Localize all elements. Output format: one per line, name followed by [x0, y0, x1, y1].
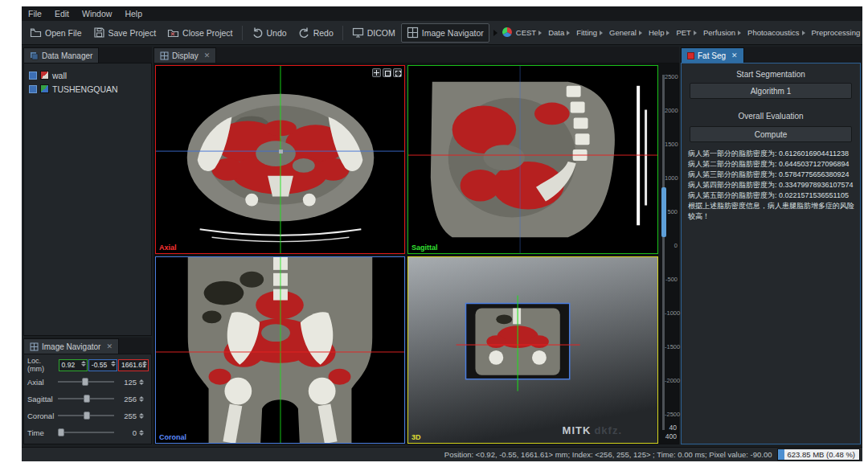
dicom-label: DICOM: [367, 28, 395, 38]
fat-seg-panel: Fat Seg ✕ Start Segmentation Algorithm 1…: [681, 47, 861, 444]
dicom-button[interactable]: DICOM: [346, 23, 401, 43]
close-project-label: Close Project: [182, 28, 232, 38]
crosshair-toggle-icon[interactable]: [372, 68, 381, 77]
toolbar: Open File Save Project Close Project Und…: [22, 21, 862, 45]
viewport-corner-icons: [372, 68, 402, 77]
spin-arrows-icon[interactable]: [139, 379, 144, 385]
axial-slider[interactable]: [58, 377, 114, 387]
lw-tick: 2000: [665, 107, 678, 114]
sagittal-slider-handle[interactable]: [84, 395, 90, 403]
spin-arrows-icon[interactable]: [139, 413, 144, 419]
close-icon[interactable]: ✕: [106, 342, 113, 350]
compute-button[interactable]: Compute: [690, 126, 852, 142]
display-tab-icon: [160, 51, 169, 60]
view-menu-pet[interactable]: PET: [673, 24, 699, 42]
level-window-widget: 2500 2000 1500 1000 500 0 -500 -1000 -15…: [660, 65, 678, 444]
overall-evaluation-title: Overall Evaluation: [682, 112, 860, 121]
level-value[interactable]: 40: [661, 424, 677, 432]
fullscreen-icon[interactable]: [393, 68, 402, 77]
coronal-slice-value[interactable]: 255: [114, 412, 137, 420]
result-line: 病人第四部分的脂肪密度为: 0.33479978936107574: [688, 180, 855, 190]
sagittal-slider[interactable]: [58, 394, 114, 403]
open-file-button[interactable]: Open File: [24, 23, 88, 43]
image-navigator-button[interactable]: Image Navigator: [401, 23, 489, 43]
submenu-arrow-icon: [567, 31, 570, 35]
save-project-label: Save Project: [108, 28, 157, 38]
view-menu-perfusion[interactable]: Perfusion: [700, 24, 744, 42]
view-menu-label: CEST: [516, 28, 536, 37]
view-menu-cest[interactable]: CEST: [513, 24, 545, 42]
time-slider-handle[interactable]: [58, 428, 64, 436]
lw-tick: -500: [665, 276, 678, 283]
menu-edit[interactable]: Edit: [48, 7, 76, 20]
spin-arrows-icon[interactable]: [139, 396, 144, 402]
view-menu-data[interactable]: Data: [545, 24, 573, 42]
menu-file[interactable]: File: [22, 7, 48, 20]
view-menu-label: Fitting: [576, 28, 597, 37]
coronal-slider[interactable]: [58, 411, 114, 420]
toolbar-overflow-icon[interactable]: [493, 30, 497, 36]
node-icon-wall: [40, 71, 49, 80]
redo-button[interactable]: Redo: [293, 23, 339, 43]
loc-label: Loc. (mm): [27, 357, 59, 373]
tab-image-navigator[interactable]: Image Navigator ✕: [23, 338, 119, 354]
tree-row-tushengquan[interactable]: TUSHENGQUAN: [24, 82, 151, 96]
view-menu-label: General: [609, 28, 637, 37]
spin-arrows-icon[interactable]: [111, 361, 116, 366]
coronal-slider-label: Coronal: [27, 412, 58, 420]
loc-x-spinbox[interactable]: 0.92: [59, 359, 88, 371]
fat-seg-icon: [687, 52, 694, 59]
axial-slider-handle[interactable]: [82, 378, 88, 386]
display-content: Axial: [154, 63, 679, 444]
coronal-slider-handle[interactable]: [84, 412, 90, 420]
save-project-button[interactable]: Save Project: [88, 23, 162, 43]
tab-data-manager[interactable]: Data Manager: [23, 47, 99, 63]
loc-z-spinbox[interactable]: 1661.61: [118, 359, 149, 371]
tab-data-manager-label: Data Manager: [42, 51, 92, 60]
close-icon[interactable]: ✕: [731, 51, 738, 59]
redo-icon: [298, 27, 310, 39]
undo-button[interactable]: Undo: [246, 23, 293, 43]
viewport-axial[interactable]: Axial: [155, 65, 405, 254]
view-menu-label: Preprocessing: [812, 28, 861, 37]
layout-icon[interactable]: [383, 68, 391, 77]
close-project-button[interactable]: Close Project: [162, 23, 238, 43]
view-menu-general[interactable]: General: [606, 24, 645, 42]
color-wheel-icon[interactable]: [502, 27, 513, 39]
image-navigator-tab-icon: [30, 342, 39, 351]
lw-tick: -2000: [665, 377, 678, 384]
menu-window[interactable]: Window: [76, 7, 118, 20]
axial-slice-value[interactable]: 125: [114, 378, 137, 387]
loc-y-spinbox[interactable]: -0.55: [88, 359, 117, 371]
menu-help[interactable]: Help: [118, 7, 149, 20]
view-menu-help[interactable]: Help: [645, 24, 674, 42]
viewport-3d[interactable]: MITKdkfz. 3D: [407, 256, 658, 444]
spin-arrows-icon[interactable]: [81, 361, 86, 366]
tab-display[interactable]: Display ✕: [154, 47, 216, 63]
view-menu-photoacoustics[interactable]: Photoacoustics: [744, 24, 808, 42]
view-menu-preprocessing[interactable]: Preprocessing: [809, 24, 863, 42]
redo-label: Redo: [313, 28, 334, 38]
close-icon[interactable]: ✕: [204, 51, 211, 59]
visibility-checkbox[interactable]: [29, 85, 37, 93]
tab-fat-seg-label: Fat Seg: [698, 51, 726, 60]
viewport-label-axial: Axial: [159, 244, 177, 252]
time-slider[interactable]: [58, 428, 114, 437]
viewport-sagittal[interactable]: Sagittal: [407, 65, 658, 254]
tab-fat-seg[interactable]: Fat Seg ✕: [681, 47, 744, 63]
menu-bar: File Edit Window Help: [22, 6, 862, 21]
view-menu-fitting[interactable]: Fitting: [573, 24, 606, 42]
viewport-label-coronal: Coronal: [159, 433, 186, 441]
tree-row-wall[interactable]: wall: [24, 68, 151, 82]
spin-arrows-icon[interactable]: [139, 430, 144, 436]
visibility-checkbox[interactable]: [29, 72, 37, 80]
window-value[interactable]: 400: [661, 432, 677, 440]
spin-arrows-icon[interactable]: [142, 361, 147, 366]
sagittal-slice-value[interactable]: 256: [114, 395, 137, 403]
fat-seg-tabbar: Fat Seg ✕: [681, 47, 861, 63]
mitk-workbench-window: File Edit Window Help Open File Save Pro…: [22, 6, 862, 461]
algorithm-1-button[interactable]: Algorithm 1: [690, 83, 852, 99]
tab-display-label: Display: [172, 51, 199, 60]
time-value[interactable]: 0: [114, 428, 137, 437]
viewport-coronal[interactable]: Coronal: [155, 256, 405, 444]
